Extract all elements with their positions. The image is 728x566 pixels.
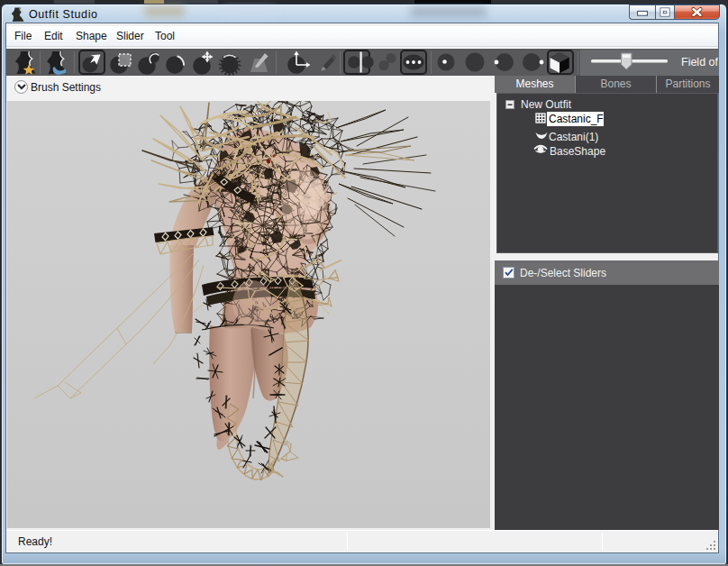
svg-text:Field of V: Field of V <box>681 56 718 68</box>
